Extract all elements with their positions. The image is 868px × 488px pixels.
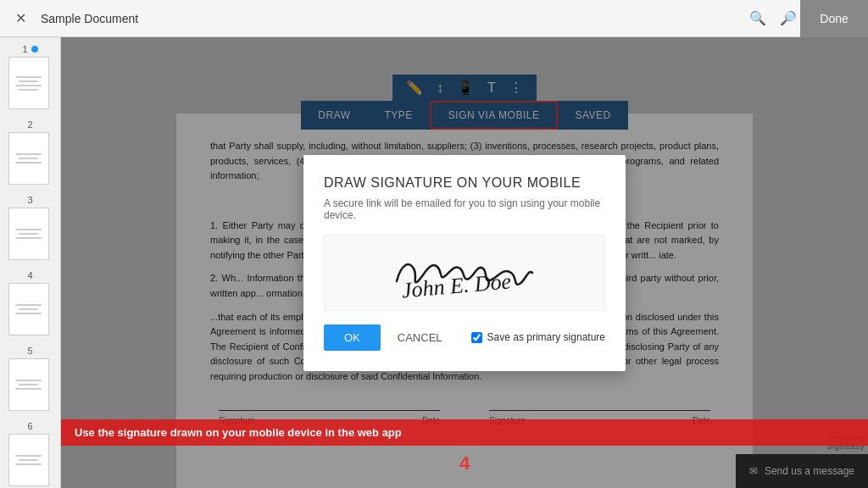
step-number: 4 — [459, 452, 470, 474]
sidebar-page-2[interactable]: 2 — [8, 119, 53, 185]
page-number-1: 1 — [22, 44, 27, 54]
page-thumbnail-5 — [8, 358, 49, 411]
page-number-2: 2 — [27, 119, 32, 130]
zoom-in-icon[interactable]: 🔎 — [780, 10, 797, 27]
main-layout: 1 2 3 — [0, 37, 868, 488]
sidebar: 1 2 3 — [0, 37, 61, 488]
sidebar-page-1[interactable]: 1 — [8, 44, 53, 109]
sidebar-page-5[interactable]: 5 — [8, 346, 53, 411]
primary-signature-checkbox-group: Save as primary signature — [471, 331, 605, 343]
signature-preview: John E. Doe — [324, 235, 605, 311]
modal-title: DRAW SIGNATURE ON YOUR MOBILE — [324, 175, 605, 191]
svg-text:John E. Doe: John E. Doe — [401, 269, 512, 302]
page-number-4: 4 — [27, 270, 32, 280]
annotation-bar: Use the signature drawn on your mobile d… — [61, 419, 868, 446]
done-button[interactable]: Done — [800, 0, 868, 37]
top-bar: ✕ Sample Document 🔍 🔎 🔒 ⬜ Done — [0, 0, 868, 37]
sidebar-page-6[interactable]: 6 — [8, 421, 53, 486]
ok-button[interactable]: OK — [324, 324, 381, 351]
document-title: Sample Document — [41, 12, 749, 25]
page-thumbnail-4 — [8, 283, 49, 336]
modal-actions: OK CANCEL Save as primary signature — [324, 324, 605, 351]
close-button[interactable]: ✕ — [10, 8, 31, 29]
page-number-6: 6 — [27, 421, 32, 431]
document-area: ✏️ ↕ 📱 T ⋮ DRAW TYPE SIGN VIA MOBILE SAV… — [61, 37, 868, 488]
page-thumbnail-1 — [8, 57, 49, 109]
page-number-5: 5 — [27, 346, 32, 356]
cancel-button[interactable]: CANCEL — [391, 324, 449, 351]
draw-signature-modal: DRAW SIGNATURE ON YOUR MOBILE A secure l… — [303, 155, 626, 371]
page-indicator-dot — [31, 46, 38, 53]
page-thumbnail-3 — [8, 208, 49, 260]
annotation-text: Use the signature drawn on your mobile d… — [75, 426, 402, 439]
signature-drawing: John E. Doe — [371, 243, 558, 302]
sidebar-page-3[interactable]: 3 — [8, 195, 53, 260]
close-icon: ✕ — [15, 10, 26, 26]
modal-subtitle: A secure link will be emailed for you to… — [324, 197, 605, 221]
primary-signature-label: Save as primary signature — [487, 331, 605, 343]
page-thumbnail-6 — [8, 434, 49, 486]
sidebar-page-4[interactable]: 4 — [8, 270, 53, 336]
primary-signature-checkbox[interactable] — [471, 332, 482, 343]
page-number-3: 3 — [27, 195, 32, 205]
search-icon[interactable]: 🔍 — [749, 10, 766, 27]
page-thumbnail-2 — [8, 132, 49, 185]
